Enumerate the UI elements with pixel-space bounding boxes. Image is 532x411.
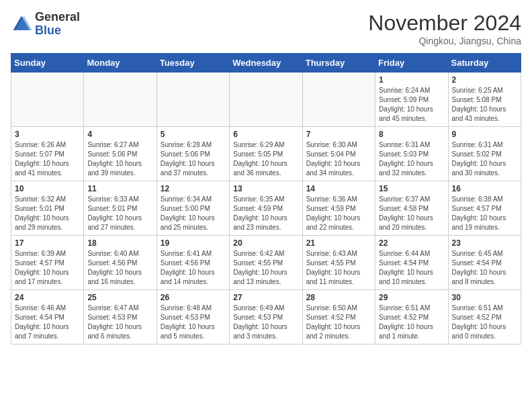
- weekday-header: Friday: [375, 54, 448, 73]
- page-header: General Blue November 2024 Qingkou, Jian…: [11, 11, 521, 46]
- day-number: 3: [15, 130, 80, 139]
- calendar-day-cell: 10Sunrise: 6:32 AMSunset: 5:01 PMDayligh…: [11, 181, 84, 236]
- day-number: 11: [87, 184, 152, 193]
- day-number: 23: [452, 238, 517, 248]
- calendar-day-cell: 5Sunrise: 6:28 AMSunset: 5:06 PMDaylight…: [157, 127, 229, 181]
- calendar-day-cell: 20Sunrise: 6:42 AMSunset: 4:55 PMDayligh…: [230, 236, 302, 290]
- day-info: Sunrise: 6:30 AMSunset: 5:04 PMDaylight:…: [306, 140, 371, 178]
- location: Qingkou, Jiangsu, China: [368, 36, 521, 46]
- calendar-day-cell: 3Sunrise: 6:26 AMSunset: 5:07 PMDaylight…: [11, 127, 84, 181]
- day-number: 28: [306, 293, 371, 302]
- calendar-day-cell: 17Sunrise: 6:39 AMSunset: 4:57 PMDayligh…: [11, 236, 84, 290]
- day-number: 5: [161, 130, 226, 139]
- day-number: 9: [452, 130, 517, 139]
- calendar-day-cell: 6Sunrise: 6:29 AMSunset: 5:05 PMDaylight…: [230, 127, 302, 181]
- calendar-week-row: 10Sunrise: 6:32 AMSunset: 5:01 PMDayligh…: [11, 181, 521, 236]
- day-number: 17: [15, 238, 80, 248]
- calendar-day-cell: 24Sunrise: 6:46 AMSunset: 4:54 PMDayligh…: [11, 290, 84, 345]
- calendar-week-row: 1Sunrise: 6:24 AMSunset: 5:09 PMDaylight…: [11, 73, 521, 127]
- day-info: Sunrise: 6:25 AMSunset: 5:08 PMDaylight:…: [452, 86, 517, 124]
- calendar-day-cell: 25Sunrise: 6:47 AMSunset: 4:53 PMDayligh…: [84, 290, 157, 345]
- day-number: 1: [379, 75, 444, 85]
- weekday-header: Tuesday: [157, 54, 229, 73]
- day-number: 18: [87, 238, 152, 248]
- calendar-day-cell: 23Sunrise: 6:45 AMSunset: 4:54 PMDayligh…: [448, 236, 521, 290]
- day-info: Sunrise: 6:46 AMSunset: 4:54 PMDaylight:…: [15, 304, 80, 341]
- weekday-header: Wednesday: [230, 54, 302, 73]
- calendar-day-cell: 21Sunrise: 6:43 AMSunset: 4:55 PMDayligh…: [302, 236, 375, 290]
- day-info: Sunrise: 6:29 AMSunset: 5:05 PMDaylight:…: [233, 140, 298, 178]
- day-number: 24: [15, 293, 80, 302]
- calendar-day-cell: 7Sunrise: 6:30 AMSunset: 5:04 PMDaylight…: [302, 127, 375, 181]
- logo: General Blue: [11, 11, 80, 38]
- day-info: Sunrise: 6:49 AMSunset: 4:53 PMDaylight:…: [233, 304, 298, 341]
- day-info: Sunrise: 6:32 AMSunset: 5:01 PMDaylight:…: [15, 195, 80, 232]
- day-number: 14: [306, 184, 371, 193]
- day-info: Sunrise: 6:42 AMSunset: 4:55 PMDaylight:…: [233, 249, 298, 287]
- day-info: Sunrise: 6:26 AMSunset: 5:07 PMDaylight:…: [15, 140, 80, 178]
- day-info: Sunrise: 6:50 AMSunset: 4:52 PMDaylight:…: [306, 304, 371, 341]
- calendar-week-row: 24Sunrise: 6:46 AMSunset: 4:54 PMDayligh…: [11, 290, 521, 345]
- day-info: Sunrise: 6:45 AMSunset: 4:54 PMDaylight:…: [452, 249, 517, 287]
- title-area: November 2024 Qingkou, Jiangsu, China: [368, 11, 521, 46]
- calendar-day-cell: [302, 73, 375, 127]
- day-number: 8: [379, 130, 444, 139]
- day-info: Sunrise: 6:28 AMSunset: 5:06 PMDaylight:…: [161, 140, 226, 178]
- day-number: 22: [379, 238, 444, 248]
- day-info: Sunrise: 6:36 AMSunset: 4:59 PMDaylight:…: [306, 195, 371, 232]
- day-number: 27: [233, 293, 298, 302]
- day-number: 10: [15, 184, 80, 193]
- calendar-day-cell: 14Sunrise: 6:36 AMSunset: 4:59 PMDayligh…: [302, 181, 375, 236]
- calendar-day-cell: 8Sunrise: 6:31 AMSunset: 5:03 PMDaylight…: [375, 127, 448, 181]
- day-number: 15: [379, 184, 444, 193]
- day-info: Sunrise: 6:37 AMSunset: 4:58 PMDaylight:…: [379, 195, 444, 232]
- day-number: 20: [233, 238, 298, 248]
- calendar-week-row: 17Sunrise: 6:39 AMSunset: 4:57 PMDayligh…: [11, 236, 521, 290]
- day-info: Sunrise: 6:34 AMSunset: 5:00 PMDaylight:…: [161, 195, 226, 232]
- calendar-day-cell: 9Sunrise: 6:31 AMSunset: 5:02 PMDaylight…: [448, 127, 521, 181]
- day-info: Sunrise: 6:41 AMSunset: 4:56 PMDaylight:…: [161, 249, 226, 287]
- weekday-header: Sunday: [11, 54, 84, 73]
- day-info: Sunrise: 6:27 AMSunset: 5:06 PMDaylight:…: [87, 140, 152, 178]
- day-info: Sunrise: 6:38 AMSunset: 4:57 PMDaylight:…: [452, 195, 517, 232]
- day-info: Sunrise: 6:39 AMSunset: 4:57 PMDaylight:…: [15, 249, 80, 287]
- day-number: 25: [87, 293, 152, 302]
- calendar-day-cell: 26Sunrise: 6:48 AMSunset: 4:53 PMDayligh…: [157, 290, 229, 345]
- day-number: 12: [161, 184, 226, 193]
- calendar-day-cell: 28Sunrise: 6:50 AMSunset: 4:52 PMDayligh…: [302, 290, 375, 345]
- calendar-day-cell: 27Sunrise: 6:49 AMSunset: 4:53 PMDayligh…: [230, 290, 302, 345]
- calendar-day-cell: 4Sunrise: 6:27 AMSunset: 5:06 PMDaylight…: [84, 127, 157, 181]
- day-number: 26: [161, 293, 226, 302]
- day-number: 13: [233, 184, 298, 193]
- weekday-header: Saturday: [448, 54, 521, 73]
- calendar-day-cell: [157, 73, 229, 127]
- day-number: 6: [233, 130, 298, 139]
- calendar-day-cell: 18Sunrise: 6:40 AMSunset: 4:56 PMDayligh…: [84, 236, 157, 290]
- calendar-day-cell: 15Sunrise: 6:37 AMSunset: 4:58 PMDayligh…: [375, 181, 448, 236]
- day-number: 19: [161, 238, 226, 248]
- day-info: Sunrise: 6:47 AMSunset: 4:53 PMDaylight:…: [87, 304, 152, 341]
- day-number: 2: [452, 75, 517, 85]
- day-info: Sunrise: 6:48 AMSunset: 4:53 PMDaylight:…: [161, 304, 226, 341]
- calendar-day-cell: 16Sunrise: 6:38 AMSunset: 4:57 PMDayligh…: [448, 181, 521, 236]
- day-info: Sunrise: 6:31 AMSunset: 5:03 PMDaylight:…: [379, 140, 444, 178]
- day-number: 4: [87, 130, 152, 139]
- calendar-day-cell: [11, 73, 84, 127]
- calendar-day-cell: 2Sunrise: 6:25 AMSunset: 5:08 PMDaylight…: [448, 73, 521, 127]
- day-info: Sunrise: 6:51 AMSunset: 4:52 PMDaylight:…: [379, 304, 444, 341]
- day-info: Sunrise: 6:43 AMSunset: 4:55 PMDaylight:…: [306, 249, 371, 287]
- weekday-header: Monday: [84, 54, 157, 73]
- calendar-day-cell: 30Sunrise: 6:51 AMSunset: 4:52 PMDayligh…: [448, 290, 521, 345]
- calendar-day-cell: 11Sunrise: 6:33 AMSunset: 5:01 PMDayligh…: [84, 181, 157, 236]
- day-info: Sunrise: 6:35 AMSunset: 4:59 PMDaylight:…: [233, 195, 298, 232]
- day-info: Sunrise: 6:24 AMSunset: 5:09 PMDaylight:…: [379, 86, 444, 124]
- day-number: 7: [306, 130, 371, 139]
- day-info: Sunrise: 6:31 AMSunset: 5:02 PMDaylight:…: [452, 140, 517, 178]
- calendar-table: SundayMondayTuesdayWednesdayThursdayFrid…: [11, 53, 521, 345]
- calendar-day-cell: 22Sunrise: 6:44 AMSunset: 4:54 PMDayligh…: [375, 236, 448, 290]
- logo-text: General Blue: [35, 11, 80, 38]
- calendar-day-cell: 29Sunrise: 6:51 AMSunset: 4:52 PMDayligh…: [375, 290, 448, 345]
- weekday-header: Thursday: [302, 54, 375, 73]
- day-number: 30: [452, 293, 517, 302]
- calendar-day-cell: 12Sunrise: 6:34 AMSunset: 5:00 PMDayligh…: [157, 181, 229, 236]
